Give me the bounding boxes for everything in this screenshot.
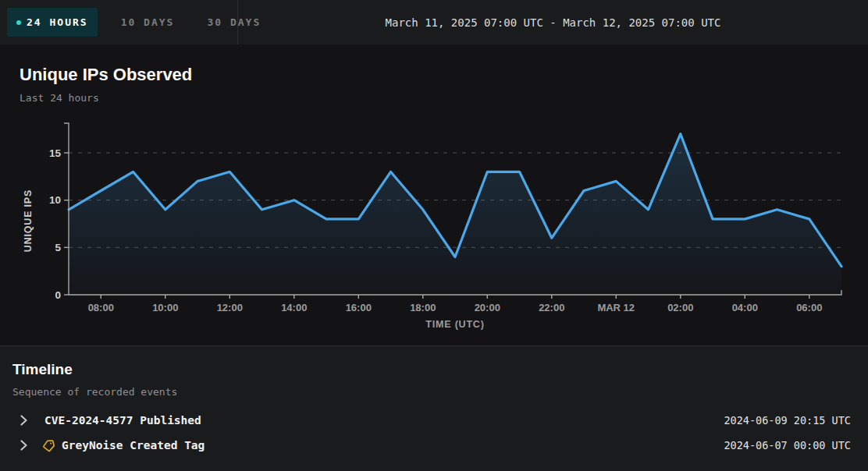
timeline-subtitle: Sequence of recorded events — [12, 386, 177, 398]
chevron-right-icon[interactable] — [20, 415, 30, 426]
x-tick-label: 18:00 — [410, 302, 436, 313]
x-tick-label: MAR 12 — [597, 302, 635, 313]
topbar: 24 HOURS 10 DAYS 30 DAYS March 11, 2025 … — [0, 0, 868, 45]
chevron-right-icon[interactable] — [20, 440, 30, 451]
date-range-region: March 11, 2025 07:00 UTC - March 12, 202… — [238, 0, 868, 44]
tab-10-days[interactable]: 10 DAYS — [112, 8, 184, 37]
y-tick-label: 5 — [55, 242, 61, 253]
unique-ips-chart-section: Unique IPs Observed Last 24 hours 051015… — [0, 44, 868, 345]
x-tick-label: 14:00 — [281, 302, 307, 313]
y-tick-label: 0 — [55, 289, 61, 301]
event-timestamp: 2024-06-07 00:00 UTC — [724, 439, 851, 452]
x-tick-label: 08:00 — [88, 302, 114, 313]
x-tick-label: 10:00 — [152, 302, 178, 313]
active-tab-dot-icon — [16, 20, 21, 25]
tag-icon — [42, 439, 55, 452]
event-timestamp: 2024-06-09 20:15 UTC — [724, 414, 851, 427]
y-axis-title: UNIQUE IPS — [23, 189, 34, 252]
x-tick-label: 02:00 — [667, 302, 693, 313]
x-axis-title: TIME (UTC) — [425, 319, 484, 330]
tab-24-hours-label: 24 HOURS — [27, 16, 88, 28]
time-range-tabs: 24 HOURS 10 DAYS 30 DAYS — [0, 0, 238, 44]
unique-ips-line-chart: 05101508:0010:0012:0014:0016:0018:0020:0… — [0, 44, 868, 345]
x-tick-label: 20:00 — [475, 302, 500, 313]
tab-24-hours[interactable]: 24 HOURS — [7, 8, 98, 37]
timeline-event-row[interactable]: CVE-2024-4577 Published 2024-06-09 20:15… — [0, 409, 868, 432]
timeline-title: Timeline — [12, 361, 73, 378]
x-tick-label: 16:00 — [346, 302, 372, 313]
date-range-text: March 11, 2025 07:00 UTC - March 12, 202… — [386, 16, 721, 29]
tab-10-days-label: 10 DAYS — [121, 16, 175, 28]
timeline-section: Timeline Sequence of recorded events CVE… — [0, 345, 868, 471]
x-tick-label: 06:00 — [796, 302, 822, 313]
event-label: CVE-2024-4577 Published — [44, 414, 201, 427]
x-tick-label: 22:00 — [539, 302, 564, 313]
timeline-event-row[interactable]: GreyNoise Created Tag 2024-06-07 00:00 U… — [0, 434, 868, 457]
y-tick-label: 15 — [49, 147, 62, 159]
y-tick-label: 10 — [49, 194, 61, 206]
event-label: GreyNoise Created Tag — [62, 439, 205, 452]
chart-area — [69, 134, 841, 295]
x-tick-label: 12:00 — [217, 302, 243, 313]
x-tick-label: 04:00 — [732, 302, 758, 313]
greynoise-dashboard: 24 HOURS 10 DAYS 30 DAYS March 11, 2025 … — [0, 0, 868, 471]
